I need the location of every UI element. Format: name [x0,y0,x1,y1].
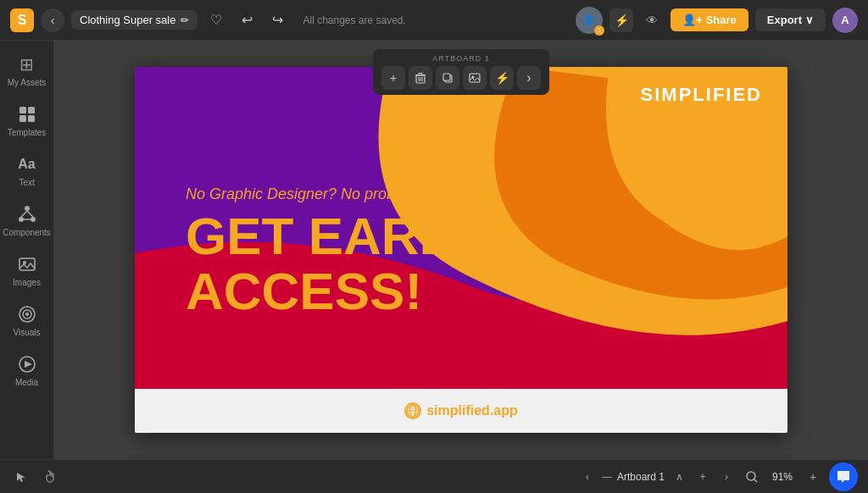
chat-avatar[interactable]: 👤 1 [576,7,603,34]
canvas-title: GET EARLY ACCESS! [186,208,481,319]
main-content: ⊞ My Assets Templates Aa Text [0,41,868,459]
templates-icon [17,104,37,125]
footer-url-text: simplified.app [426,403,518,418]
svg-line-7 [21,211,27,217]
document-title-area: Clothing Super sale ✏ [71,10,198,30]
artboard-delete-button[interactable] [409,66,432,90]
undo-button[interactable]: ↩ [235,8,259,32]
edit-title-icon[interactable]: ✏ [181,14,189,26]
svg-rect-1 [28,107,35,114]
sidebar-item-my-assets[interactable]: ⊞ My Assets [3,47,51,94]
chat-float-button[interactable] [829,463,858,491]
redo-button[interactable]: ↪ [265,8,289,32]
chat-badge: 1 [594,25,604,36]
artboard-toolbar: ARTBOARD 1 + [373,49,549,95]
artboard-copy-button[interactable] [436,66,459,90]
svg-point-4 [25,206,30,211]
export-chevron-icon: ∨ [805,14,814,26]
globe-icon [404,402,421,419]
artboard-add-page-button[interactable]: + [693,468,712,486]
sidebar-item-images[interactable]: Images [3,247,51,294]
zoom-out-icon[interactable] [743,468,761,486]
share-button[interactable]: 👤+ Share [670,8,748,31]
visuals-icon [17,304,37,324]
ai-button[interactable]: ⚡ [609,8,633,32]
svg-point-6 [31,217,36,222]
svg-point-14 [25,313,29,316]
canvas-subtitle: No Graphic Designer? No problem. [186,186,481,203]
preview-button[interactable]: 👁 [640,8,664,32]
svg-line-34 [754,479,758,482]
artboard-next-button[interactable]: › [517,66,541,90]
design-canvas[interactable]: SIMPLIFIED No Graphic Designer? No probl… [135,67,787,433]
sidebar-label-visuals: Visuals [13,328,40,337]
sidebar-label-media: Media [15,378,38,387]
zoom-level: 91% [768,471,797,483]
topbar-right-actions: 👤 1 ⚡ 👁 👤+ Share Export ∨ A [576,7,858,34]
export-button[interactable]: Export ∨ [755,8,826,31]
svg-point-5 [19,217,24,222]
images-icon [17,254,37,274]
zoom-in-button[interactable]: + [804,468,822,486]
favorite-button[interactable]: ♡ [204,8,228,32]
artboard-nav-up[interactable]: ∧ [670,468,688,486]
artboard-nav-separator-left: — [602,471,612,483]
my-assets-icon: ⊞ [17,54,37,75]
media-icon [17,354,37,374]
sidebar-item-media[interactable]: Media [3,347,51,394]
sidebar-label-images: Images [13,278,41,287]
artboard-label: ARTBOARD 1 [432,54,489,63]
sidebar-label-text: Text [19,178,34,187]
svg-rect-18 [418,73,423,74]
sidebar-item-text[interactable]: Aa Text [3,147,51,194]
canvas-brand: SIMPLIFIED [641,84,762,106]
artboard-tools: + [381,66,541,90]
svg-rect-3 [28,115,35,122]
share-icon: 👤+ [682,14,703,26]
saved-status: All changes are saved. [303,14,569,26]
document-title: Clothing Super sale [80,14,175,26]
artboard-name: Artboard 1 [617,471,665,483]
bottombar: ‹ — Artboard 1 ∧ + › 91% + [0,459,868,493]
canvas-area: ARTBOARD 1 + [54,41,868,459]
artboard-add-button[interactable]: + [381,66,405,90]
svg-line-8 [27,211,33,217]
artboard-image-button[interactable] [463,66,487,90]
canvas-title-line2: ACCESS! [186,263,481,319]
hand-tool-button[interactable] [39,466,61,488]
sidebar-label-components: Components [3,228,51,237]
sidebar-item-visuals[interactable]: Visuals [3,297,51,344]
text-icon: Aa [17,154,37,174]
artboard-nav: ‹ — Artboard 1 ∧ + › [578,468,736,486]
cursor-tool-button[interactable] [10,466,32,488]
artboard-nav-next[interactable]: › [717,468,736,486]
bottombar-right: 91% + [743,463,858,491]
share-label: Share [706,14,737,26]
canvas-title-line1: GET EARLY [186,208,481,263]
svg-rect-0 [19,107,26,114]
svg-rect-24 [443,74,450,80]
sidebar-label-templates: Templates [8,128,47,137]
svg-rect-2 [19,115,26,122]
canvas-footer: simplified.app [135,389,787,433]
back-button[interactable]: ‹ [41,8,64,32]
topbar: S ‹ Clothing Super sale ✏ ♡ ↩ ↪ All chan… [0,0,868,41]
artboard-prev-button[interactable]: ‹ [578,468,597,486]
footer-url: simplified.app [404,402,518,419]
components-icon [17,204,37,224]
sidebar-item-components[interactable]: Components [3,197,51,244]
user-avatar[interactable]: A [832,8,858,33]
sidebar-item-templates[interactable]: Templates [3,97,51,144]
artboard-lightning-button[interactable]: ⚡ [490,66,514,90]
sidebar: ⊞ My Assets Templates Aa Text [0,41,54,459]
sidebar-label-my-assets: My Assets [8,78,47,87]
export-label: Export [767,14,802,26]
canvas-text-area: No Graphic Designer? No problem. GET EAR… [186,186,481,319]
app-logo[interactable]: S [10,8,34,32]
svg-marker-16 [25,361,32,368]
